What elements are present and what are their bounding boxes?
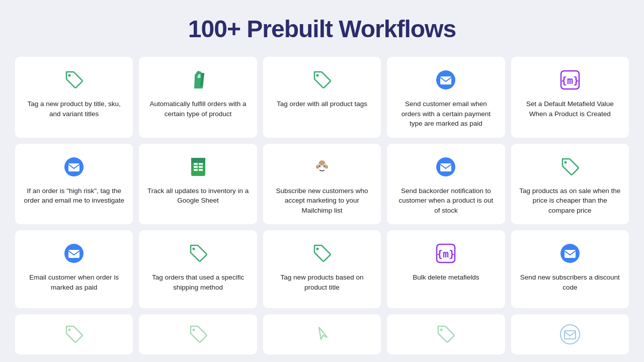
email-blue5-icon	[557, 240, 583, 266]
svg-rect-13	[194, 169, 198, 171]
email-blue2-icon	[61, 154, 87, 180]
svg-rect-30	[68, 250, 79, 258]
tag-green2-icon	[185, 240, 211, 266]
card-bulk-delete-metafields[interactable]: {m} Bulk delete metafields	[387, 230, 505, 308]
card-tag-on-sale-text: Tag products as on sale when the price i…	[519, 186, 621, 216]
card-tag-new-product[interactable]: Tag a new product by title, sku, and var…	[15, 57, 133, 138]
email-faint-icon	[557, 321, 583, 347]
mailchimp-icon	[309, 154, 335, 180]
tag-faint3-icon	[433, 321, 459, 347]
card-tag-new-product-text: Tag a new product by title, sku, and var…	[23, 99, 125, 119]
card-tag-on-sale[interactable]: Tag products as on sale when the price i…	[511, 144, 629, 225]
partial-card-4[interactable]	[387, 314, 505, 354]
metafield-purple-icon: {m}	[557, 67, 583, 93]
svg-rect-10	[199, 163, 203, 165]
card-tag-shipping-method-text: Tag orders that used a specific shipping…	[147, 273, 249, 292]
svg-text:{m}: {m}	[561, 74, 579, 86]
card-send-subscribers-discount-text: Send new subscribers a discount code	[519, 273, 621, 292]
svg-point-40	[560, 325, 580, 344]
svg-point-38	[192, 329, 195, 331]
card-auto-fulfill-text: Automatically fulfill orders with a cert…	[147, 99, 249, 119]
card-backorder-notification[interactable]: Send backorder notification to customer …	[387, 144, 505, 225]
svg-point-25	[325, 165, 328, 168]
svg-rect-9	[194, 163, 198, 165]
svg-rect-7	[68, 163, 79, 171]
card-high-risk-order-text: If an order is "high risk", tag the orde…	[23, 186, 125, 206]
svg-rect-27	[440, 163, 451, 171]
svg-rect-11	[194, 166, 198, 168]
tag-faint1-icon	[61, 321, 87, 347]
sheets-green-icon	[185, 154, 211, 180]
card-tag-new-products-title[interactable]: Tag new products based on product title	[263, 230, 381, 308]
partial-card-3[interactable]	[263, 314, 381, 354]
email-blue4-icon	[61, 240, 87, 266]
metafield-purple2-icon: {m}	[433, 240, 459, 266]
card-tag-shipping-method[interactable]: Tag orders that used a specific shipping…	[139, 230, 257, 308]
svg-rect-3	[440, 76, 451, 84]
card-send-customer-email-payment-text: Send customer email when orders with a c…	[395, 99, 497, 129]
svg-point-28	[564, 161, 567, 163]
card-set-metafield-text: Set a Default Metafield Value When a Pro…	[519, 99, 621, 119]
email-blue3-icon	[433, 154, 459, 180]
tag-teal3-icon	[309, 240, 335, 266]
partial-card-5[interactable]	[511, 314, 629, 354]
svg-rect-12	[199, 166, 203, 168]
card-send-subscribers-discount[interactable]: Send new subscribers a discount code	[511, 230, 629, 308]
card-email-order-paid-text: Email customer when order is marked as p…	[23, 273, 125, 292]
card-subscribe-mailchimp[interactable]: Subscribe new customers who accept marke…	[263, 144, 381, 225]
svg-rect-14	[199, 169, 203, 171]
svg-point-21	[318, 165, 320, 166]
tag-teal-icon	[309, 67, 335, 93]
card-bulk-delete-metafields-text: Bulk delete metafields	[413, 273, 479, 283]
card-auto-fulfill[interactable]: Automatically fulfill orders with a cert…	[139, 57, 257, 138]
cursor-faint-icon	[309, 321, 335, 347]
email-blue-icon	[433, 67, 459, 93]
page-title: 100+ Prebuilt Workflows	[15, 15, 629, 43]
partial-card-1[interactable]	[15, 314, 133, 354]
workflows-grid: Tag a new product by title, sku, and var…	[15, 57, 629, 308]
svg-point-22	[324, 165, 325, 166]
partial-workflows-grid	[15, 314, 629, 354]
card-track-inventory-sheet[interactable]: Track all updates to inventory in a Goog…	[139, 144, 257, 225]
svg-point-37	[68, 329, 71, 331]
svg-point-31	[192, 248, 195, 250]
svg-point-39	[440, 329, 443, 331]
card-tag-new-products-title-text: Tag new products based on product title	[271, 273, 373, 292]
svg-point-1	[316, 74, 318, 77]
card-track-inventory-sheet-text: Track all updates to inventory in a Goog…	[147, 186, 249, 206]
tag-teal2-icon	[557, 154, 583, 180]
svg-rect-36	[565, 250, 576, 258]
page-wrapper: 100+ Prebuilt Workflows Tag a new produc…	[0, 0, 644, 362]
svg-rect-17	[191, 158, 205, 163]
svg-point-0	[68, 74, 71, 77]
card-email-order-paid[interactable]: Email customer when order is marked as p…	[15, 230, 133, 308]
card-high-risk-order[interactable]: If an order is "high risk", tag the orde…	[15, 144, 133, 225]
svg-point-24	[316, 165, 319, 168]
card-backorder-notification-text: Send backorder notification to customer …	[395, 186, 497, 216]
card-tag-order-product-tags-text: Tag order with all product tags	[277, 99, 367, 109]
tag-green-icon	[61, 67, 87, 93]
svg-point-32	[316, 248, 318, 250]
card-subscribe-mailchimp-text: Subscribe new customers who accept marke…	[271, 186, 373, 216]
card-send-customer-email-payment[interactable]: Send customer email when orders with a c…	[387, 57, 505, 138]
shopify-green-icon	[185, 67, 211, 93]
partial-card-2[interactable]	[139, 314, 257, 354]
card-set-metafield[interactable]: {m} Set a Default Metafield Value When a…	[511, 57, 629, 138]
svg-text:{m}: {m}	[437, 248, 455, 260]
tag-faint2-icon	[185, 321, 211, 347]
svg-rect-41	[565, 331, 576, 339]
card-tag-order-product-tags[interactable]: Tag order with all product tags	[263, 57, 381, 138]
svg-point-23	[319, 160, 325, 165]
